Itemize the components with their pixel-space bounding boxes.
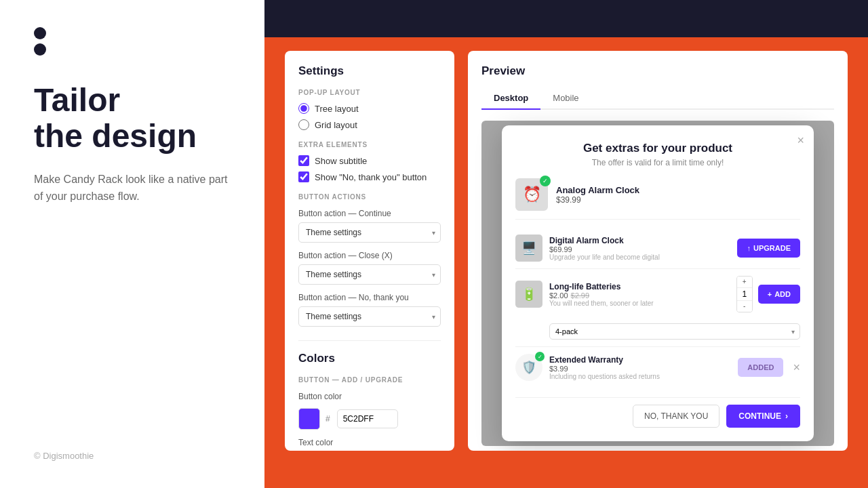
continue-button[interactable]: CONTINUE › [726, 405, 800, 428]
show-subtitle-label: Show subtitle [315, 156, 367, 166]
modal-footer: NO, THANK YOU CONTINUE › [515, 397, 800, 428]
tree-layout-option[interactable]: Tree layout [298, 103, 441, 114]
button-color-label: Button color [298, 392, 441, 401]
upsell-2-info: Long-life Batteries $2.00 $2.99 You will… [549, 282, 730, 307]
modal-close-button[interactable]: × [797, 134, 804, 148]
btn-action-close-select-wrap: Theme settings ▾ [298, 264, 441, 285]
main-product-img-wrap: ⏰ ✓ [515, 178, 548, 211]
headline: Tailor the design [34, 83, 231, 155]
plus-icon: + [768, 290, 772, 298]
headline-line2: the design [34, 118, 197, 154]
btn-action-continue-select[interactable]: Theme settings [298, 222, 441, 243]
main-product-name: Analog Alarm Clock [556, 185, 639, 195]
upsell-2-actions: + 1 - + ADD [736, 276, 800, 312]
upsell-row-1: 🖥️ Digital Alarm Clock $69.99 Upgrade yo… [515, 228, 800, 269]
btn-action-continue-label: Button action — Continue [298, 209, 441, 218]
grid-layout-label: Grid layout [315, 120, 357, 130]
remove-warranty-button[interactable]: × [793, 361, 800, 375]
show-subtitle-option[interactable]: Show subtitle [298, 155, 441, 166]
logo-dot-bottom [34, 43, 46, 56]
warranty-check: ✓ [535, 352, 545, 361]
main-product-check: ✓ [540, 176, 551, 186]
upsell-2-price: $2.00 [549, 291, 568, 300]
preview-panel: Preview Desktop Mobile × Get extras for … [468, 51, 848, 451]
btn-action-no-thanks-label: Button action — No, thank you [298, 293, 441, 302]
headline-line1: Tailor [34, 82, 120, 118]
warranty-row: 🛡️ ✓ Extended Warranty $3.99 Including n… [515, 347, 800, 388]
upsell-2-desc: You will need them, sooner or later [549, 300, 730, 307]
battery-select-wrapper: 4-pack 2-pack 8-pack ▾ [549, 323, 800, 340]
upsell-2-select-wrap: 4-pack 2-pack 8-pack ▾ [515, 319, 800, 340]
tree-layout-label: Tree layout [315, 104, 359, 114]
grid-layout-option[interactable]: Grid layout [298, 119, 441, 130]
left-panel: Tailor the design Make Candy Rack look l… [0, 0, 264, 488]
btn-add-upgrade-label: BUTTON — ADD / UPGRADE [298, 376, 441, 384]
upsell-2-top: 🔋 Long-life Batteries $2.00 $2.99 You wi… [515, 276, 800, 312]
modal-box: × Get extras for your product The offer … [502, 125, 814, 441]
upsell-1-img: 🖥️ [515, 235, 542, 262]
modal-subheading: The offer is valid for a limit time only… [515, 158, 800, 167]
warranty-desc: Including no questions asked returns [549, 373, 731, 380]
colors-title: Colors [298, 352, 441, 365]
upsell-2-price-wrap: $2.00 $2.99 [549, 291, 730, 300]
show-subtitle-checkbox[interactable] [298, 155, 309, 166]
hash-symbol: # [326, 414, 330, 424]
btn-action-continue-select-wrap: Theme settings ▾ [298, 222, 441, 243]
qty-decrease-btn[interactable]: - [737, 301, 752, 312]
button-actions-label: BUTTON ACTIONS [298, 193, 441, 201]
warranty-name: Extended Warranty [549, 355, 731, 365]
tree-layout-radio[interactable] [298, 103, 309, 114]
btn-action-close-label: Button action — Close (X) [298, 251, 441, 260]
no-thanks-button[interactable]: NO, THANK YOU [633, 405, 719, 428]
copyright: © Digismoothie [34, 451, 231, 461]
upsell-1-price: $69.99 [549, 245, 730, 253]
qty-increase-btn[interactable]: + [737, 277, 752, 287]
grid-layout-radio[interactable] [298, 119, 309, 130]
subtext: Make Candy Rack look like a native part … [34, 171, 231, 205]
show-no-thanks-option[interactable]: Show "No, thank you" button [298, 171, 441, 182]
upsell-2-name: Long-life Batteries [549, 282, 730, 291]
popup-layout-label: POP-UP LAYOUT [298, 89, 441, 96]
logo [34, 27, 231, 56]
tab-desktop[interactable]: Desktop [481, 87, 540, 110]
main-product: ⏰ ✓ Analog Alarm Clock $39.99 [515, 178, 800, 220]
colors-section: Colors BUTTON — ADD / UPGRADE Button col… [298, 340, 441, 451]
preview-title: Preview [481, 64, 834, 78]
button-color-swatch[interactable] [298, 408, 320, 430]
top-bar [264, 0, 868, 37]
preview-tabs: Desktop Mobile [481, 87, 834, 110]
show-no-thanks-label: Show "No, thank you" button [315, 172, 427, 182]
extra-elements-label: EXTRA ELEMENTS [298, 141, 441, 148]
upsell-row-2: 🔋 Long-life Batteries $2.00 $2.99 You wi… [515, 269, 800, 347]
modal-heading: Get extras for your product [515, 142, 800, 155]
continue-label: CONTINUE [738, 411, 781, 421]
settings-title: Settings [298, 64, 441, 78]
logo-dot-top [34, 27, 46, 39]
added-button-3[interactable]: ADDED [738, 358, 783, 377]
chevron-right-icon: › [785, 411, 788, 421]
settings-panel: Settings POP-UP LAYOUT Tree layout Grid … [285, 51, 454, 451]
right-panel: Settings POP-UP LAYOUT Tree layout Grid … [264, 0, 868, 488]
text-color-label: Text color [298, 438, 441, 447]
show-no-thanks-checkbox[interactable] [298, 171, 309, 182]
warranty-price: $3.99 [549, 365, 731, 373]
btn-action-no-thanks-select[interactable]: Theme settings [298, 306, 441, 327]
modal-container: × Get extras for your product The offer … [481, 121, 834, 446]
quantity-wrap: + 1 - [736, 276, 753, 312]
left-content: Tailor the design Make Candy Rack look l… [34, 83, 231, 205]
tab-mobile[interactable]: Mobile [540, 87, 591, 110]
main-content: Settings POP-UP LAYOUT Tree layout Grid … [264, 37, 868, 488]
add-button-2[interactable]: + ADD [758, 285, 800, 304]
upsell-2-img: 🔋 [515, 281, 542, 308]
warranty-icon-wrap: 🛡️ ✓ [515, 354, 542, 381]
qty-value: 1 [737, 287, 752, 301]
warranty-info: Extended Warranty $3.99 Including no que… [549, 355, 731, 380]
upsell-1-name: Digital Alarm Clock [549, 236, 730, 245]
upgrade-button-1[interactable]: ↑ UPGRADE [737, 239, 800, 258]
battery-select[interactable]: 4-pack 2-pack 8-pack [549, 323, 800, 340]
button-color-input[interactable] [337, 409, 398, 428]
btn-action-no-thanks-select-wrap: Theme settings ▾ [298, 306, 441, 327]
main-product-price: $39.99 [556, 195, 639, 205]
button-color-row: # [298, 408, 441, 430]
btn-action-close-select[interactable]: Theme settings [298, 264, 441, 285]
